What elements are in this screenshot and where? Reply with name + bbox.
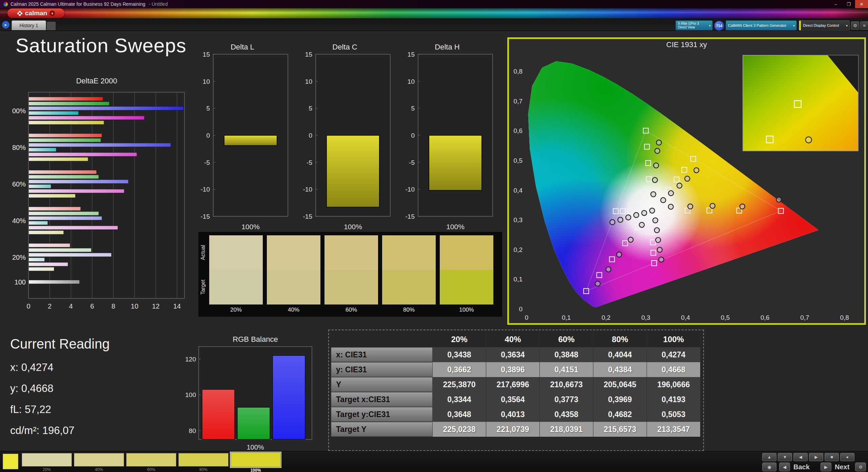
deltae-bar bbox=[29, 134, 102, 137]
page-title: Saturation Sweeps bbox=[16, 34, 186, 57]
svg-text:80: 80 bbox=[189, 427, 196, 434]
table-row: Y225,3870217,6996210,6673205,0645196,066… bbox=[331, 377, 701, 392]
deltae-bar bbox=[29, 248, 92, 252]
tab-stub[interactable] bbox=[47, 22, 56, 30]
pattern-control-button-3[interactable]: ◀ bbox=[793, 453, 808, 461]
cie-measured-circle bbox=[688, 204, 693, 209]
deltae-bar bbox=[29, 226, 118, 230]
table-corner-cell bbox=[331, 332, 433, 347]
meter-status-button[interactable]: ◉ bbox=[762, 463, 776, 471]
table-cell: 0,4384 bbox=[593, 362, 647, 377]
table-column-header: 100% bbox=[647, 332, 701, 347]
back-button[interactable]: Back bbox=[793, 463, 810, 471]
delta-bar bbox=[327, 135, 379, 207]
svg-text:0,3: 0,3 bbox=[514, 216, 522, 223]
deltae-bar bbox=[29, 116, 144, 120]
title-bar: Calman 2025 Calman Ultimate for Business… bbox=[0, 0, 868, 8]
cie-measured-circle bbox=[776, 197, 782, 202]
close-button[interactable]: ✕ bbox=[855, 0, 868, 8]
cie-measured-circle bbox=[653, 218, 658, 223]
svg-text:0,8: 0,8 bbox=[514, 68, 522, 75]
cie-measured-circle bbox=[655, 148, 660, 153]
svg-text:0: 0 bbox=[309, 132, 312, 139]
table-cell: 0,4668 bbox=[647, 362, 701, 377]
cie-panel[interactable]: CIE 1931 xy 000,10,10,20,20,30,30,40,40,… bbox=[507, 37, 866, 325]
maximize-button[interactable]: ❐ bbox=[842, 0, 855, 8]
cie-measured-circle bbox=[628, 237, 633, 242]
cie-measured-circle bbox=[650, 208, 655, 213]
svg-text:15: 15 bbox=[305, 51, 312, 58]
pattern-control-button-2[interactable]: ▼ bbox=[778, 453, 792, 461]
svg-text:100%: 100% bbox=[246, 444, 264, 451]
svg-text:-5: -5 bbox=[409, 159, 415, 166]
tab-scroll-button[interactable]: ▸ bbox=[2, 21, 9, 28]
display-control-selector[interactable]: Direct Display Control ▾ bbox=[799, 20, 850, 31]
pattern-control-button-6[interactable]: ● bbox=[840, 453, 854, 461]
cie-measured-circle bbox=[659, 257, 664, 262]
svg-text:0,3: 0,3 bbox=[641, 314, 650, 321]
svg-text:15: 15 bbox=[203, 51, 210, 58]
svg-text:-5: -5 bbox=[204, 159, 210, 166]
table-cell: 0,3438 bbox=[433, 347, 486, 362]
gear-button[interactable]: ⚙ bbox=[855, 463, 866, 471]
saturation-swatch-100%[interactable] bbox=[231, 452, 281, 467]
table-cell: 0,3662 bbox=[433, 362, 486, 377]
saturation-swatch-label: 60% bbox=[126, 467, 176, 472]
table-cell: 0,4274 bbox=[647, 347, 701, 362]
svg-text:0: 0 bbox=[411, 132, 415, 139]
next-button[interactable]: Next bbox=[835, 463, 849, 471]
table-cell: 225,3870 bbox=[433, 377, 486, 392]
saturation-swatch-60%[interactable] bbox=[126, 453, 176, 467]
meter-selector[interactable]: X-Rite i1Pro 3 Direct View ▾ bbox=[675, 20, 713, 31]
calman-menu-button[interactable]: calman ▾ bbox=[7, 8, 64, 18]
minimize-button[interactable]: – bbox=[829, 0, 842, 8]
deltae-bar bbox=[29, 212, 99, 215]
table-cell: 217,6996 bbox=[486, 377, 540, 392]
pattern-control-button-1[interactable]: ▲ bbox=[762, 453, 776, 461]
cie-measured-circle bbox=[685, 176, 690, 181]
table-row: Target x:CIE310,33440,35640,37730,39690,… bbox=[331, 392, 701, 407]
saturation-swatch-label: 20% bbox=[22, 467, 72, 472]
swatch-column-label: 80% bbox=[382, 307, 436, 313]
table-cell: 0,3648 bbox=[433, 407, 486, 422]
svg-text:0,2: 0,2 bbox=[514, 246, 522, 253]
table-row: x: CIE310,34380,36340,38480,40440,4274 bbox=[331, 347, 701, 362]
svg-text:40%: 40% bbox=[12, 217, 26, 224]
pattern-control-button-5[interactable]: ■ bbox=[825, 453, 839, 461]
svg-text:-10: -10 bbox=[406, 186, 415, 193]
deltae-bar bbox=[29, 180, 129, 183]
saturation-swatch-40%[interactable] bbox=[74, 453, 124, 467]
display-status-strip bbox=[799, 21, 801, 30]
cie-1931-chart: 000,10,10,20,20,30,30,40,40,50,50,60,60,… bbox=[509, 48, 864, 324]
saturation-swatch-80%[interactable] bbox=[178, 453, 229, 467]
back-arrow-button[interactable]: ◀ bbox=[779, 463, 790, 471]
deltae-bar bbox=[29, 231, 64, 234]
pattern-generator-selector[interactable]: CalMAN Client 3 Pattern Generator ▾ bbox=[726, 20, 797, 31]
deltae-2000-chart: 02468101214100%80%60%40%20%100 bbox=[12, 85, 189, 323]
svg-text:100%: 100% bbox=[446, 223, 465, 231]
table-cell: 0,3848 bbox=[540, 347, 593, 362]
svg-text:20%: 20% bbox=[12, 254, 26, 261]
reading-y: y: 0,4668 bbox=[10, 382, 54, 395]
menu-button[interactable]: ≡ bbox=[860, 21, 868, 29]
delta-bar bbox=[429, 135, 482, 191]
tab-history-1[interactable]: History 1 bbox=[12, 20, 46, 30]
table-cell: 205,0645 bbox=[593, 377, 647, 392]
svg-text:12: 12 bbox=[152, 302, 159, 310]
svg-text:15: 15 bbox=[408, 51, 415, 58]
pattern-control-button-4[interactable]: ▶ bbox=[809, 453, 823, 461]
saturation-swatch-20%[interactable] bbox=[22, 453, 72, 467]
table-row: Target Y225,0238221,0739218,0391215,6573… bbox=[331, 422, 701, 437]
cie-measured-circle bbox=[668, 204, 673, 209]
actual-row-label: Actual bbox=[199, 235, 207, 270]
app-icon bbox=[3, 2, 8, 6]
chevron-down-icon: ▾ bbox=[846, 24, 848, 27]
svg-text:0: 0 bbox=[26, 302, 30, 310]
cie-measured-circle bbox=[639, 222, 644, 228]
deltae-bar bbox=[29, 153, 137, 156]
deltae-chart-title: DeltaE 2000 bbox=[31, 77, 163, 85]
table-cell: 225,0238 bbox=[433, 422, 486, 437]
settings-gear-button[interactable]: ⚙ bbox=[851, 21, 859, 29]
next-arrow-button[interactable]: ▶ bbox=[821, 463, 831, 471]
swatch-compare-panel: ActualTarget20%40%60%80%100% bbox=[198, 232, 502, 317]
